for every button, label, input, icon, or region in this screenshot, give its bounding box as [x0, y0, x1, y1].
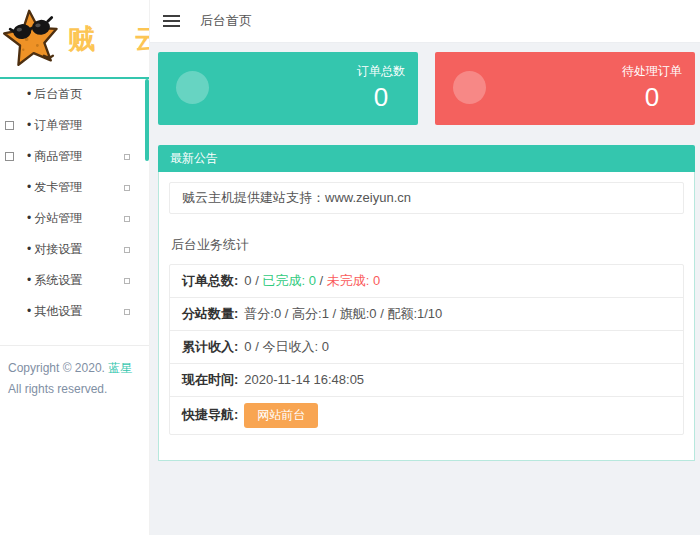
panel-title: 最新公告 — [158, 145, 695, 172]
stat-card-value: 0 — [622, 82, 682, 113]
substations-value: 普分:0 / 高分:1 / 旗舰:0 / 配额:1/10 — [244, 306, 442, 321]
missing-glyph-icon — [5, 121, 14, 130]
sidebar-item-label: 对接设置 — [34, 242, 82, 256]
circle-decoration-icon — [176, 71, 209, 104]
submenu-arrow-icon — [124, 185, 130, 191]
brand-link[interactable]: 蓝星 — [108, 361, 132, 375]
stats-row-label: 订单总数: — [182, 273, 238, 288]
sidebar-item-label: 后台首页 — [34, 87, 82, 101]
notice-text: 贼云主机提供建站支持：www.zeiyun.cn — [169, 182, 684, 214]
bullet-icon: • — [27, 304, 31, 318]
main-area: 后台首页 订单总数 0 待处理订单 0 最新公告 贼云主机提供建站支 — [150, 0, 700, 535]
stat-card-total-orders: 订单总数 0 — [158, 52, 418, 125]
submenu-arrow-icon — [124, 216, 130, 222]
bullet-icon: • — [27, 211, 31, 225]
stats-row-substations: 分站数量:普分:0 / 高分:1 / 旗舰:0 / 配额:1/10 — [170, 298, 683, 331]
content: 订单总数 0 待处理订单 0 最新公告 贼云主机提供建站支持：www.zeiyu… — [150, 43, 700, 461]
submenu-arrow-icon — [124, 154, 130, 160]
submenu-arrow-icon — [124, 247, 130, 253]
stats-row-label: 分站数量: — [182, 306, 238, 321]
sidebar-item-docking[interactable]: •对接设置 — [0, 234, 149, 265]
sidebar-item-products[interactable]: •商品管理 — [0, 141, 149, 172]
topbar: 后台首页 — [150, 0, 700, 43]
separator: / — [316, 273, 327, 288]
sidebar-menu: •后台首页 •订单管理 •商品管理 •发卡管理 •分站管理 •对接设置 •系统设… — [0, 77, 149, 327]
stat-card-label: 订单总数 — [357, 63, 405, 80]
stats-row-quick-nav: 快捷导航:网站前台 — [170, 397, 683, 434]
circle-decoration-icon — [453, 71, 486, 104]
current-time-value: 2020-11-14 16:48:05 — [244, 372, 364, 387]
sidebar-item-label: 订单管理 — [34, 118, 82, 132]
submenu-arrow-icon — [124, 278, 130, 284]
copyright-text: All rights reserved. — [8, 382, 107, 396]
separator: / — [252, 273, 263, 288]
bullet-icon: • — [27, 242, 31, 256]
stats-row-time: 现在时间:2020-11-14 16:48:05 — [170, 364, 683, 397]
sidebar-item-dashboard[interactable]: •后台首页 — [0, 79, 149, 110]
missing-glyph-icon — [5, 152, 14, 161]
copyright: Copyright © 2020. 蓝星 All rights reserved… — [0, 345, 149, 412]
hamburger-menu-icon[interactable] — [163, 15, 180, 27]
logo: 贼 云 — [0, 0, 149, 77]
stats-row-label: 现在时间: — [182, 372, 238, 387]
bullet-icon: • — [27, 87, 31, 101]
bullet-icon: • — [27, 149, 31, 163]
sidebar-item-cards[interactable]: •发卡管理 — [0, 172, 149, 203]
sidebar-item-label: 商品管理 — [34, 149, 82, 163]
sidebar-item-label: 系统设置 — [34, 273, 82, 287]
income-value: 0 / 今日收入: 0 — [244, 339, 329, 354]
sidebar-item-substations[interactable]: •分站管理 — [0, 203, 149, 234]
sidebar-item-orders[interactable]: •订单管理 — [0, 110, 149, 141]
orders-undone: 未完成: 0 — [327, 273, 380, 288]
star-sunglasses-logo-icon — [2, 8, 60, 70]
breadcrumb: 后台首页 — [200, 12, 252, 30]
orders-done: 已完成: 0 — [262, 273, 315, 288]
stats-row-orders: 订单总数:0 / 已完成: 0 / 未完成: 0 — [170, 265, 683, 298]
sidebar: 贼 云 •后台首页 •订单管理 •商品管理 •发卡管理 •分站管理 •对接设置 … — [0, 0, 150, 535]
bullet-icon: • — [27, 180, 31, 194]
announcement-panel: 最新公告 贼云主机提供建站支持：www.zeiyun.cn 后台业务统计 订单总… — [158, 145, 695, 461]
panel-body: 贼云主机提供建站支持：www.zeiyun.cn 后台业务统计 订单总数:0 /… — [158, 172, 695, 461]
sidebar-item-label: 其他设置 — [34, 304, 82, 318]
stats-row-label: 累计收入: — [182, 339, 238, 354]
stat-card-pending-orders: 待处理订单 0 — [435, 52, 695, 125]
sidebar-item-system[interactable]: •系统设置 — [0, 265, 149, 296]
logo-text: 贼 云 — [68, 21, 149, 57]
stat-cards-row: 订单总数 0 待处理订单 0 — [158, 52, 695, 125]
copyright-text: Copyright © 2020. — [8, 361, 108, 375]
sidebar-scrollbar-thumb[interactable] — [145, 79, 149, 161]
submenu-arrow-icon — [124, 309, 130, 315]
frontend-site-button[interactable]: 网站前台 — [244, 403, 318, 428]
orders-total: 0 — [244, 273, 251, 288]
bullet-icon: • — [27, 273, 31, 287]
stats-list: 订单总数:0 / 已完成: 0 / 未完成: 0 分站数量:普分:0 / 高分:… — [169, 264, 684, 435]
stats-row-label: 快捷导航: — [182, 407, 238, 422]
sidebar-item-other[interactable]: •其他设置 — [0, 296, 149, 327]
sidebar-item-label: 发卡管理 — [34, 180, 82, 194]
stat-card-value: 0 — [357, 82, 405, 113]
sidebar-item-label: 分站管理 — [34, 211, 82, 225]
stat-card-label: 待处理订单 — [622, 63, 682, 80]
bullet-icon: • — [27, 118, 31, 132]
stats-row-income: 累计收入:0 / 今日收入: 0 — [170, 331, 683, 364]
stats-section-title: 后台业务统计 — [171, 236, 684, 254]
